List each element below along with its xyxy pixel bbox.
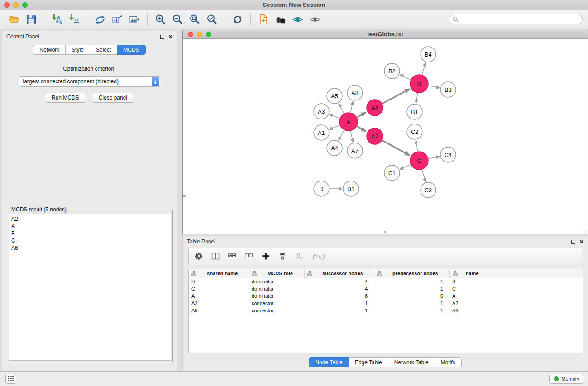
mcds-result-item-a2[interactable]: A2 [9, 215, 171, 223]
float-table-panel-icon[interactable] [571, 240, 575, 244]
edge-B-B1[interactable] [416, 93, 418, 104]
export-image-button[interactable] [127, 12, 142, 27]
node-B1[interactable]: B1 [407, 104, 422, 119]
tab-mcds[interactable]: MCDS [117, 45, 145, 55]
cell-shared-name[interactable]: C [189, 285, 249, 292]
memory-button[interactable]: Memory [549, 374, 584, 384]
zoom-selected-button[interactable] [204, 12, 220, 27]
edge-A-A4[interactable] [339, 130, 344, 141]
node-B[interactable]: B [410, 75, 428, 93]
node-D1[interactable]: D1 [343, 181, 359, 196]
column-header-shared-name[interactable]: shared name [189, 269, 249, 278]
node-A4[interactable]: A4 [327, 140, 342, 156]
node-B4[interactable]: B4 [421, 47, 436, 62]
import-table-button[interactable] [67, 12, 82, 27]
create-column-button[interactable] [262, 252, 270, 262]
mcds-result-item-a6[interactable]: A6 [9, 244, 171, 252]
edge-A-A8[interactable] [351, 101, 353, 113]
mcds-result-list[interactable]: A2ABCA6 [9, 214, 171, 361]
function-builder-button[interactable]: f(x) [312, 253, 324, 261]
edge-A-A5[interactable] [339, 104, 344, 114]
zoom-fit-button[interactable] [187, 12, 202, 27]
tab-style[interactable]: Style [65, 45, 90, 55]
edge-A2-C[interactable] [382, 140, 410, 155]
save-session-button[interactable] [24, 12, 39, 27]
cell-name[interactable]: A2 [449, 300, 488, 307]
cell-shared-name[interactable]: B [189, 278, 249, 285]
node-C2[interactable]: C2 [407, 124, 422, 139]
mcds-result-item-b[interactable]: B [9, 230, 171, 237]
cell-predecessor-nodes[interactable]: 1 [374, 307, 449, 314]
cell-name[interactable]: A6 [449, 307, 488, 314]
edge-A-A7[interactable] [351, 131, 353, 143]
edge-B-B2[interactable] [400, 75, 411, 80]
node-A7[interactable]: A7 [347, 143, 363, 158]
cell-mcds-role[interactable]: dominator [249, 278, 304, 285]
close-panel-icon[interactable]: × [168, 34, 172, 39]
node-A2[interactable]: A2 [367, 128, 383, 144]
edge-C-C1[interactable] [400, 165, 411, 170]
edge-C-C4[interactable] [429, 157, 440, 159]
cell-successor-nodes[interactable]: 1 [304, 300, 374, 307]
zoom-in-button[interactable] [153, 12, 168, 27]
cell-mcds-role[interactable]: dominator [249, 292, 304, 300]
node-C3[interactable]: C3 [421, 182, 436, 198]
edge-A6-B[interactable] [382, 89, 410, 104]
edge-A-A1[interactable] [330, 125, 340, 129]
cell-predecessor-nodes[interactable]: 1 [374, 300, 449, 307]
import-network-button[interactable] [49, 12, 65, 27]
close-table-panel-icon[interactable]: × [579, 239, 583, 244]
close-panel-button[interactable]: Close panel [92, 93, 134, 103]
cell-successor-nodes[interactable]: 8 [304, 292, 374, 300]
cell-name[interactable]: C [449, 285, 488, 292]
network-maximize-button[interactable] [206, 32, 211, 37]
node-D[interactable]: D [314, 181, 329, 196]
run-mcds-button[interactable]: Run MCDS [45, 93, 86, 103]
table-settings-button[interactable] [195, 252, 203, 262]
show-hide-preview-button[interactable] [307, 12, 323, 27]
table-row-b[interactable]: Bdominator41B [189, 278, 583, 285]
node-B3[interactable]: B3 [440, 82, 456, 97]
delete-column-button[interactable] [278, 252, 287, 262]
cell-mcds-role[interactable]: connector [249, 307, 304, 314]
table-row-a[interactable]: Adominator80A [189, 292, 583, 300]
open-file-button[interactable] [6, 12, 22, 27]
zoom-out-button[interactable] [170, 12, 185, 27]
apply-layout-button[interactable] [230, 12, 245, 27]
cell-predecessor-nodes[interactable]: 1 [374, 285, 449, 292]
tab-network-table[interactable]: Network Table [388, 357, 435, 367]
home-button[interactable] [273, 12, 288, 27]
delete-table-button[interactable] [295, 252, 303, 262]
node-A1[interactable]: A1 [314, 125, 329, 140]
cell-predecessor-nodes[interactable]: 0 [374, 292, 449, 300]
search-input[interactable] [461, 16, 578, 23]
show-columns-button[interactable] [211, 252, 220, 262]
edge-A-A2[interactable] [357, 126, 366, 131]
cell-shared-name[interactable]: A [189, 292, 249, 300]
network-close-button[interactable] [188, 32, 193, 37]
cell-mcds-role[interactable]: connector [249, 300, 304, 307]
node-C4[interactable]: C4 [440, 147, 456, 162]
close-window-button[interactable] [4, 2, 10, 8]
edge-B-B4[interactable] [422, 62, 425, 75]
float-panel-icon[interactable] [160, 35, 164, 39]
node-C1[interactable]: C1 [384, 165, 400, 181]
clone-network-button[interactable] [92, 12, 108, 27]
edge-A-A3[interactable] [330, 114, 340, 119]
edge-A-A6[interactable] [357, 112, 366, 117]
cell-predecessor-nodes[interactable]: 1 [374, 278, 449, 285]
tab-node-table[interactable]: Node Table [309, 357, 349, 367]
tab-motifs[interactable]: Motifs [435, 357, 462, 367]
tab-network[interactable]: Network [33, 45, 66, 55]
node-B2[interactable]: B2 [384, 63, 400, 79]
mcds-result-item-a[interactable]: A [9, 223, 171, 230]
node-A3[interactable]: A3 [314, 104, 329, 119]
tab-edge-table[interactable]: Edge Table [349, 357, 388, 367]
node-A8[interactable]: A8 [347, 85, 363, 100]
task-history-button[interactable] [5, 374, 16, 384]
network-window-titlebar[interactable]: testGlobe.txt [183, 29, 588, 39]
cell-shared-name[interactable]: A2 [189, 300, 249, 307]
open-session-document-button[interactable] [256, 12, 271, 27]
column-header-successor-nodes[interactable]: successor nodes [304, 269, 374, 278]
cell-successor-nodes[interactable]: 4 [304, 285, 374, 292]
